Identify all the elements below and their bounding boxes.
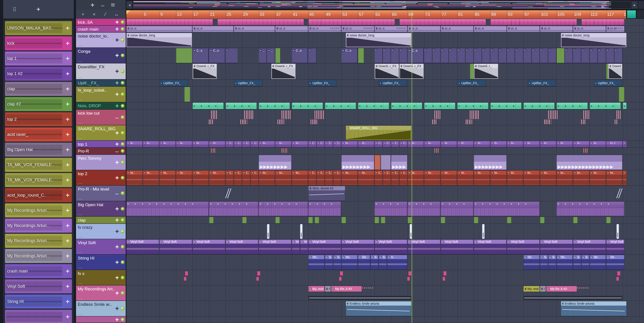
clip[interactable]: ▸ xyxy=(532,48,540,63)
clip[interactable]: ▸to.. xyxy=(556,141,573,147)
clip[interactable]: ▸to.. xyxy=(573,170,589,185)
clip[interactable]: ▸to.. xyxy=(160,141,176,147)
track-mute-led[interactable] xyxy=(121,219,124,222)
track-header[interactable]: Pro-R - Mix level... xyxy=(76,186,126,201)
track-mute-led[interactable] xyxy=(121,291,124,295)
track-header[interactable] xyxy=(76,317,126,323)
clip[interactable]: ▸Str.. xyxy=(524,255,540,270)
draw-button[interactable]: ∕ xyxy=(102,11,108,18)
clip[interactable]: ▸Vinyl Soft xyxy=(374,240,407,254)
clip[interactable]: ▸t.. xyxy=(383,170,391,185)
clip[interactable]: ▸ xyxy=(391,48,399,63)
track-mute-led[interactable] xyxy=(121,104,124,107)
swap-button[interactable]: ↔ xyxy=(114,11,120,18)
clip[interactable] xyxy=(408,270,412,285)
clip[interactable]: ▸ xyxy=(490,48,498,63)
clip[interactable] xyxy=(441,217,445,223)
track-mute-led[interactable] xyxy=(121,27,124,31)
clip[interactable]: ▸cr..n xyxy=(192,26,234,32)
clip[interactable]: ▸▸▸▸ xyxy=(424,102,455,109)
clip[interactable]: ▸to.. xyxy=(176,141,192,147)
clip[interactable]: ▸noise doctor_long xyxy=(561,33,626,47)
clip[interactable]: ▸C..a xyxy=(342,48,358,63)
playlist-view-icon[interactable] xyxy=(111,3,115,6)
clip[interactable]: ▸to.. xyxy=(441,170,457,185)
clip[interactable]: ▸C..a xyxy=(209,48,225,63)
clip[interactable]: ▸SNARE_ROLL_BIG xyxy=(346,126,412,140)
scroll-right-button[interactable]: ▸ xyxy=(632,1,638,9)
clip[interactable]: ▸Strin..olume #2 xyxy=(308,186,345,201)
clip[interactable] xyxy=(584,148,588,154)
scroll-lock-button[interactable] xyxy=(627,10,636,18)
clip[interactable]: ▸Uplifter_FX_ xyxy=(234,80,262,86)
clip[interactable]: ▸cr..n xyxy=(474,26,506,32)
clip[interactable]: ▸noise doctor_long xyxy=(126,33,192,47)
sample-item[interactable]: top 1 xyxy=(5,51,72,66)
sample-item[interactable]: My Recordings Arturi.. xyxy=(5,219,72,233)
clip[interactable]: ▸▸▸▸ xyxy=(192,102,224,109)
clip[interactable]: ▸t.. xyxy=(374,141,382,147)
clip[interactable] xyxy=(176,48,192,63)
clip[interactable]: ▸t.. xyxy=(308,141,316,147)
clip[interactable] xyxy=(282,110,291,125)
clip[interactable]: ▸t.. xyxy=(399,170,407,185)
clip[interactable] xyxy=(314,217,319,223)
clip[interactable] xyxy=(616,186,622,201)
track-header[interactable]: Downlifter_FX... xyxy=(76,63,126,79)
track-header[interactable]: kick low cut... xyxy=(76,110,126,125)
clip[interactable]: ▸My Re..k #3 xyxy=(331,286,362,292)
clip[interactable] xyxy=(209,217,214,223)
track-mute-led[interactable] xyxy=(121,230,124,233)
clip[interactable]: ▸ xyxy=(565,48,573,63)
clip[interactable]: ▸▸▸▸ xyxy=(308,202,341,216)
clip[interactable]: ▸ xyxy=(515,48,523,63)
sample-item[interactable]: top 2 xyxy=(5,112,72,126)
sample-item[interactable]: clap #2 xyxy=(5,97,72,111)
clip[interactable]: ▸ xyxy=(499,48,506,63)
clip[interactable]: ▸t.. xyxy=(234,141,242,147)
clip[interactable]: ▸to.. xyxy=(342,141,358,147)
clip[interactable]: ▸to.. xyxy=(474,141,490,147)
clip[interactable] xyxy=(267,224,270,239)
clip[interactable] xyxy=(358,48,364,63)
sample-item[interactable]: kick xyxy=(5,36,72,50)
clip[interactable]: ▸▸▸▸▸▸▸▸ xyxy=(474,202,540,216)
track-header[interactable]: Pro-R xyxy=(76,148,126,155)
clip[interactable]: ▸M.. xyxy=(540,286,546,292)
clip[interactable]: ▸ xyxy=(308,48,316,63)
grip-icon[interactable] xyxy=(13,7,16,12)
playhead[interactable] xyxy=(412,10,412,323)
clip[interactable]: ▸cr..n xyxy=(408,26,440,32)
clip[interactable]: ▸ xyxy=(457,48,465,63)
move-icon[interactable] xyxy=(37,7,40,11)
track-mute-led[interactable] xyxy=(121,307,124,310)
track-mute-led[interactable] xyxy=(121,261,124,264)
clip[interactable]: ▸▸▸▸▸▸ xyxy=(209,202,258,216)
clip[interactable]: ▸cr..n xyxy=(441,26,474,32)
clip[interactable] xyxy=(606,217,611,223)
track-mute-led[interactable] xyxy=(121,116,124,119)
clip[interactable]: ▸to.. xyxy=(524,170,540,185)
clip[interactable]: ▸t.. xyxy=(399,141,407,147)
clip[interactable]: ▸My Re..k #3 xyxy=(546,286,577,292)
clip[interactable]: ▸to.. xyxy=(424,141,440,147)
clip[interactable]: ▸ xyxy=(226,48,238,63)
clip[interactable]: ▸ xyxy=(598,48,606,63)
clip[interactable]: ▸ xyxy=(606,48,614,63)
clip[interactable]: ▸S.. xyxy=(379,255,386,270)
clip[interactable]: ▸Uplifter_FX_ xyxy=(528,80,556,86)
clip[interactable] xyxy=(548,110,558,125)
clip[interactable]: ▶▶▶▶ xyxy=(391,155,407,170)
clip[interactable]: ▸S.. xyxy=(582,255,589,270)
clip[interactable] xyxy=(314,110,324,125)
clip[interactable]: ▸to.. xyxy=(424,170,440,185)
clip[interactable]: ▸Str.. xyxy=(342,255,358,270)
track-header[interactable]: kick..5A xyxy=(76,19,126,25)
clip[interactable] xyxy=(242,217,247,223)
clip[interactable]: ▸to.. xyxy=(126,170,142,185)
track-mute-led[interactable] xyxy=(121,54,124,57)
clip[interactable]: ▸Downli..r_FX xyxy=(271,64,296,79)
clip[interactable]: ▸cr..n xyxy=(540,26,573,32)
clip[interactable]: ▸ xyxy=(374,48,382,63)
clip[interactable]: ▸to.. xyxy=(408,141,424,147)
